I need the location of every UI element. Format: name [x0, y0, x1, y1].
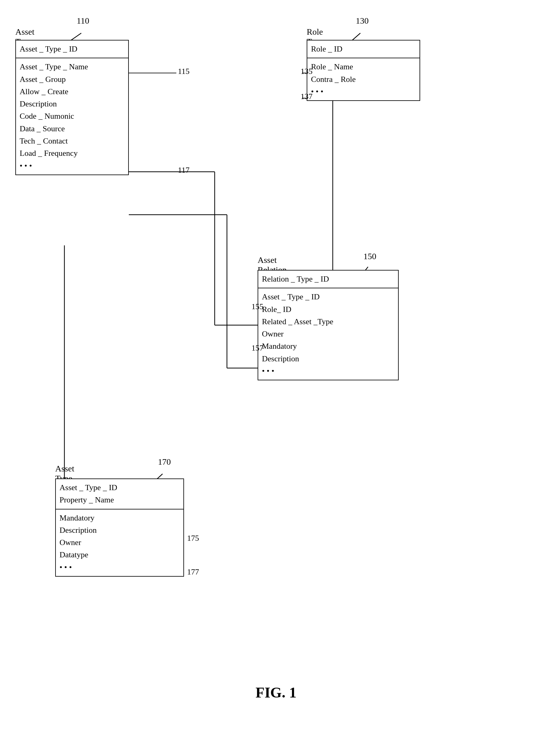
atp-fields: Mandatory Description Owner Datatype • •… [56, 509, 183, 576]
ref-115: 115 [178, 67, 190, 76]
diagram: 110 Asset Type Asset _ Type _ ID Asset _… [0, 0, 560, 730]
role-type-fields: Role _ Name Contra _ Role • • • [307, 58, 420, 100]
ref-175: 175 [187, 534, 199, 543]
ref-157: 157 [251, 344, 263, 353]
art-fields: Asset _ Type _ ID Role_ ID Related _ Ass… [258, 288, 398, 380]
label-130: 130 [356, 16, 369, 26]
label-110: 110 [77, 16, 89, 26]
asset-relation-type-box: Relation _ Type _ ID Asset _ Type _ ID R… [258, 270, 399, 380]
asset-type-fields: Asset _ Type _ Name Asset _ Group Allow … [16, 58, 128, 175]
role-type-box: Role _ ID Role _ Name Contra _ Role • • … [307, 40, 420, 101]
art-pk: Relation _ Type _ ID [258, 271, 398, 288]
asset-type-id-field: Asset _ Type _ ID [20, 43, 125, 55]
ref-117: 117 [178, 166, 190, 175]
figure-caption: FIG. 1 [215, 684, 337, 701]
ref-155: 155 [251, 302, 263, 311]
asset-type-pk: Asset _ Type _ ID [16, 40, 128, 58]
ref-137: 137 [301, 92, 313, 101]
ref-135: 135 [301, 67, 313, 76]
atp-pk: Asset _ Type _ ID Property _ Name [56, 479, 183, 509]
role-type-pk: Role _ ID [307, 40, 420, 58]
asset-type-box: Asset _ Type _ ID Asset _ Type _ Name As… [15, 40, 129, 175]
atp-box: Asset _ Type _ ID Property _ Name Mandat… [55, 478, 184, 577]
ref-177: 177 [187, 567, 199, 577]
label-170: 170 [158, 457, 171, 467]
label-150: 150 [363, 252, 376, 261]
